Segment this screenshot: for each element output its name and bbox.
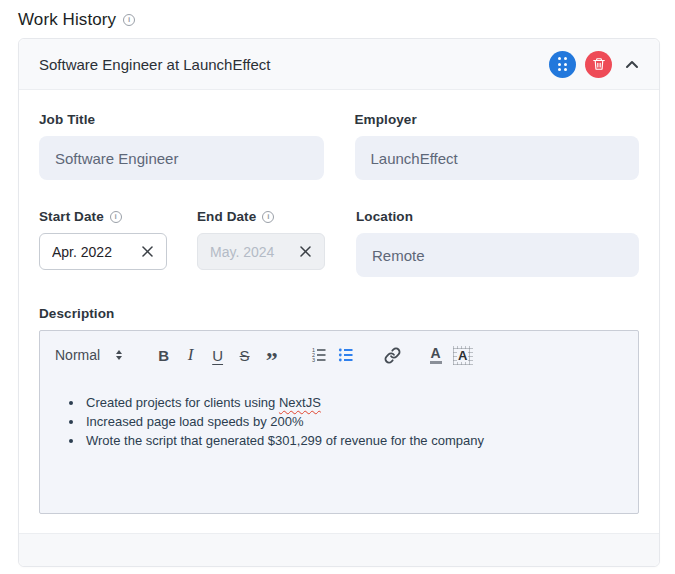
employer-field-group: Employer (355, 112, 640, 180)
misspelled-word: NextJS (279, 395, 321, 410)
editor-content[interactable]: Created projects for clients using NextJ… (40, 375, 638, 514)
italic-button[interactable]: I (177, 343, 204, 367)
start-date-input[interactable] (52, 244, 139, 260)
card-body: Job Title Employer Start Date (19, 90, 659, 533)
location-label: Location (356, 209, 639, 224)
x-icon (299, 245, 312, 258)
bullet-list-button[interactable] (332, 343, 359, 367)
text-color-button[interactable]: A (422, 343, 449, 367)
background-color-button[interactable]: A (449, 343, 476, 367)
dropdown-arrows-icon (116, 350, 122, 360)
page-title-row: Work History (18, 10, 135, 30)
location-input[interactable] (356, 233, 639, 277)
info-icon[interactable] (123, 14, 135, 26)
text-color-a-icon: A (430, 346, 442, 364)
background-color-a-icon: A (453, 346, 473, 365)
work-history-page: Work History Software Engineer at Launch… (0, 0, 675, 574)
employer-input[interactable] (355, 136, 640, 180)
drag-handle-dots-icon (558, 57, 567, 71)
card-header: Software Engineer at LaunchEffect (19, 39, 659, 90)
info-icon[interactable] (110, 211, 122, 223)
end-date-input[interactable] (210, 244, 297, 260)
row-title-employer: Job Title Employer (39, 112, 639, 180)
chevron-up-icon (625, 60, 639, 69)
blockquote-button[interactable]: ” (258, 343, 285, 367)
collapse-button[interactable] (625, 60, 639, 69)
location-field-group: Location (356, 209, 639, 277)
info-icon[interactable] (262, 211, 274, 223)
start-date-label: Start Date (39, 209, 167, 224)
x-icon (141, 245, 154, 258)
card-header-title: Software Engineer at LaunchEffect (39, 56, 271, 73)
start-date-clear-button[interactable] (139, 243, 156, 260)
start-date-box (39, 233, 167, 270)
description-bullet-item: Increased page load speeds by 200% (84, 412, 623, 431)
link-icon (384, 347, 401, 364)
job-title-field-group: Job Title (39, 112, 324, 180)
svg-text:3: 3 (312, 357, 315, 363)
end-date-label: End Date (197, 209, 325, 224)
end-date-box (197, 233, 325, 270)
end-date-clear-button[interactable] (297, 243, 314, 260)
link-button[interactable] (379, 343, 406, 367)
editor-toolbar: Normal B I U S ” (40, 331, 638, 375)
job-title-input[interactable] (39, 136, 324, 180)
description-label: Description (39, 306, 639, 321)
row-dates-location: Start Date End Date (39, 209, 639, 277)
description-editor: Normal B I U S ” (39, 330, 639, 514)
bold-button[interactable]: B (150, 343, 177, 367)
delete-entry-button[interactable] (585, 51, 612, 78)
bullet-list-icon (337, 346, 355, 364)
card-header-actions (549, 51, 639, 78)
end-date-label-text: End Date (197, 209, 256, 224)
start-date-field-group: Start Date (39, 209, 167, 277)
work-history-card: Software Engineer at LaunchEffect (18, 38, 660, 567)
format-dropdown[interactable]: Normal (55, 347, 122, 363)
description-bullet-item: Wrote the script that generated $301,299… (84, 431, 623, 450)
page-title: Work History (18, 10, 116, 30)
ordered-list-icon: 1 2 3 (310, 346, 328, 364)
description-bullet-list: Created projects for clients using NextJ… (55, 393, 623, 450)
strikethrough-button[interactable]: S (231, 343, 258, 367)
card-footer (19, 533, 659, 566)
description-bullet-item: Created projects for clients using NextJ… (84, 393, 623, 412)
ordered-list-button[interactable]: 1 2 3 (305, 343, 332, 367)
drag-handle-button[interactable] (549, 51, 576, 78)
start-date-label-text: Start Date (39, 209, 104, 224)
employer-label: Employer (355, 112, 640, 127)
underline-button[interactable]: U (204, 343, 231, 367)
trash-icon (592, 57, 606, 71)
end-date-field-group: End Date (197, 209, 325, 277)
format-dropdown-value: Normal (55, 347, 100, 363)
description-field-group: Description Normal B I U S ” (39, 306, 639, 514)
job-title-label: Job Title (39, 112, 324, 127)
dates-group: Start Date End Date (39, 209, 325, 277)
